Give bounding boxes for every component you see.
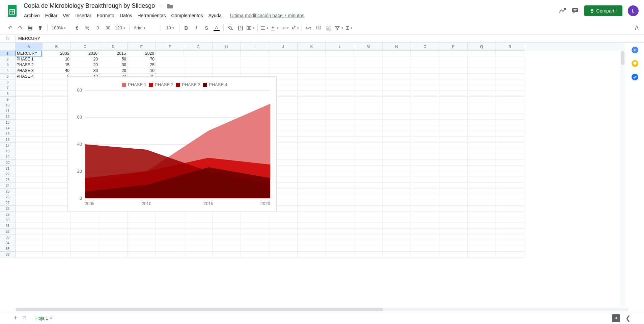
cell-K36[interactable] xyxy=(298,252,326,257)
increase-decimal-button[interactable]: .00 xyxy=(103,23,112,33)
cell-A5[interactable]: PHASE 4 xyxy=(16,74,43,79)
cell-B2[interactable]: 10 xyxy=(43,56,71,62)
cell-P18[interactable] xyxy=(439,148,468,154)
halign-button[interactable] xyxy=(260,23,269,33)
cell-C35[interactable] xyxy=(71,246,99,252)
cell-B36[interactable] xyxy=(43,252,71,257)
cell-R7[interactable] xyxy=(496,85,524,91)
cell-N8[interactable] xyxy=(383,91,411,97)
cell-M10[interactable] xyxy=(354,102,383,108)
cell-F3[interactable] xyxy=(156,62,184,68)
cell-N18[interactable] xyxy=(383,148,411,154)
cell-P19[interactable] xyxy=(439,154,468,160)
cell-F4[interactable] xyxy=(156,68,184,74)
cell-A33[interactable] xyxy=(16,234,43,240)
cell-N1[interactable] xyxy=(382,51,411,56)
cell-B29[interactable] xyxy=(43,211,71,217)
doc-title[interactable]: Copia de Microbiology Breakthrough by Sl… xyxy=(22,2,157,10)
cell-O28[interactable] xyxy=(411,206,439,211)
cell-K23[interactable] xyxy=(298,177,326,183)
col-header-H[interactable]: H xyxy=(213,43,241,51)
cell-A12[interactable] xyxy=(16,114,43,120)
col-header-K[interactable]: K xyxy=(298,43,326,51)
cell-G32[interactable] xyxy=(184,229,213,234)
cell-O22[interactable] xyxy=(411,171,439,177)
cell-A11[interactable] xyxy=(16,108,43,114)
cell-P36[interactable] xyxy=(439,252,468,257)
cell-K25[interactable] xyxy=(298,189,326,194)
cell-C1[interactable]: 2010 xyxy=(71,51,99,56)
row-header-17[interactable]: 17 xyxy=(0,143,16,148)
row-header-23[interactable]: 23 xyxy=(0,177,16,183)
menu-editar[interactable]: Editar xyxy=(43,11,60,20)
cell-Q16[interactable] xyxy=(468,137,496,143)
cell-Q33[interactable] xyxy=(468,234,496,240)
italic-button[interactable]: I xyxy=(192,23,201,33)
cell-J34[interactable] xyxy=(269,240,298,246)
cell-L24[interactable] xyxy=(326,183,354,189)
cell-A17[interactable] xyxy=(16,143,43,148)
chart[interactable]: 0204060802005201020152020PHASE 1PHASE 2P… xyxy=(67,76,277,211)
cell-Q5[interactable] xyxy=(468,74,496,79)
cell-A24[interactable] xyxy=(16,183,43,189)
cell-L33[interactable] xyxy=(326,234,354,240)
cell-K8[interactable] xyxy=(298,91,326,97)
row-header-7[interactable]: 7 xyxy=(0,85,16,91)
cell-N34[interactable] xyxy=(383,240,411,246)
undo-button[interactable]: ↶ xyxy=(5,23,15,33)
cell-L18[interactable] xyxy=(326,148,354,154)
cell-M22[interactable] xyxy=(354,171,383,177)
cell-M23[interactable] xyxy=(354,177,383,183)
cell-N28[interactable] xyxy=(383,206,411,211)
paint-format-button[interactable] xyxy=(36,23,45,33)
cell-K3[interactable] xyxy=(298,62,326,68)
cell-K18[interactable] xyxy=(298,148,326,154)
comment-icon[interactable] xyxy=(571,7,579,15)
cell-Q31[interactable] xyxy=(468,223,496,229)
cell-A14[interactable] xyxy=(16,125,43,131)
cell-R17[interactable] xyxy=(496,143,524,148)
cell-L29[interactable] xyxy=(326,211,354,217)
cell-R36[interactable] xyxy=(496,252,524,257)
font-size-select[interactable]: 10 xyxy=(163,23,177,33)
cell-A36[interactable] xyxy=(16,252,43,257)
cell-L16[interactable] xyxy=(326,137,354,143)
cell-B12[interactable] xyxy=(43,114,71,120)
cell-A29[interactable] xyxy=(16,211,43,217)
cell-N33[interactable] xyxy=(383,234,411,240)
cell-P25[interactable] xyxy=(439,189,468,194)
cell-M15[interactable] xyxy=(354,131,383,137)
percent-button[interactable]: % xyxy=(82,23,92,33)
cell-L11[interactable] xyxy=(326,108,354,114)
star-icon[interactable]: ☆ xyxy=(159,3,164,9)
cell-A9[interactable] xyxy=(16,97,43,102)
col-header-L[interactable]: L xyxy=(326,43,354,51)
cell-R25[interactable] xyxy=(496,189,524,194)
cell-N14[interactable] xyxy=(383,125,411,131)
cell-Q6[interactable] xyxy=(468,79,496,85)
cell-N22[interactable] xyxy=(383,171,411,177)
cell-N16[interactable] xyxy=(383,137,411,143)
cell-M6[interactable] xyxy=(354,79,383,85)
cell-L17[interactable] xyxy=(326,143,354,148)
cell-L22[interactable] xyxy=(326,171,354,177)
cell-R18[interactable] xyxy=(496,148,524,154)
cell-P5[interactable] xyxy=(439,74,468,79)
cell-F1[interactable] xyxy=(156,51,184,56)
cell-C4[interactable]: 36 xyxy=(71,68,99,74)
cell-R22[interactable] xyxy=(496,171,524,177)
cell-B24[interactable] xyxy=(43,183,71,189)
cell-Q18[interactable] xyxy=(468,148,496,154)
cell-I3[interactable] xyxy=(241,62,269,68)
sheets-logo[interactable] xyxy=(5,4,19,18)
cell-J35[interactable] xyxy=(269,246,298,252)
cell-O10[interactable] xyxy=(411,102,439,108)
cell-Q32[interactable] xyxy=(468,229,496,234)
row-header-2[interactable]: 2 xyxy=(0,56,16,62)
cell-O31[interactable] xyxy=(411,223,439,229)
cell-Q29[interactable] xyxy=(468,211,496,217)
cell-R19[interactable] xyxy=(496,154,524,160)
col-header-B[interactable]: B xyxy=(43,43,71,51)
cell-F2[interactable] xyxy=(156,56,184,62)
row-header-6[interactable]: 6 xyxy=(0,79,16,85)
